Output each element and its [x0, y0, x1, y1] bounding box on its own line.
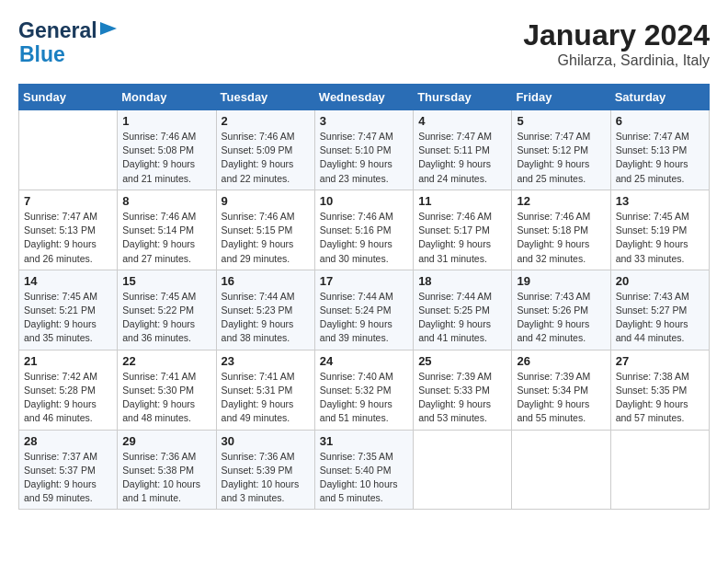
day-number: 29 — [122, 434, 210, 448]
calendar-cell: 13Sunrise: 7:45 AM Sunset: 5:19 PM Dayli… — [610, 190, 709, 270]
calendar-cell: 23Sunrise: 7:41 AM Sunset: 5:31 PM Dayli… — [216, 350, 314, 430]
day-number: 11 — [418, 194, 506, 208]
calendar-cell: 21Sunrise: 7:42 AM Sunset: 5:28 PM Dayli… — [19, 350, 118, 430]
day-number: 16 — [222, 274, 310, 288]
day-info: Sunrise: 7:44 AM Sunset: 5:23 PM Dayligh… — [222, 290, 310, 346]
day-info: Sunrise: 7:41 AM Sunset: 5:30 PM Dayligh… — [122, 370, 210, 426]
page-title: January 2024 — [523, 18, 710, 52]
calendar-cell: 18Sunrise: 7:44 AM Sunset: 5:25 PM Dayli… — [414, 270, 512, 350]
day-info: Sunrise: 7:45 AM Sunset: 5:19 PM Dayligh… — [616, 210, 704, 266]
column-header-saturday: Saturday — [610, 85, 709, 110]
day-number: 18 — [418, 274, 506, 288]
calendar-cell: 30Sunrise: 7:36 AM Sunset: 5:39 PM Dayli… — [216, 430, 314, 510]
calendar-week-2: 7Sunrise: 7:47 AM Sunset: 5:13 PM Daylig… — [19, 190, 710, 270]
calendar-cell — [512, 430, 610, 510]
day-number: 5 — [517, 114, 605, 128]
day-number: 15 — [122, 274, 210, 288]
day-info: Sunrise: 7:47 AM Sunset: 5:10 PM Dayligh… — [320, 130, 408, 186]
page-subtitle: Ghilarza, Sardinia, Italy — [523, 52, 710, 69]
calendar-cell: 29Sunrise: 7:36 AM Sunset: 5:38 PM Dayli… — [118, 430, 216, 510]
calendar-cell: 12Sunrise: 7:46 AM Sunset: 5:18 PM Dayli… — [512, 190, 610, 270]
day-info: Sunrise: 7:35 AM Sunset: 5:40 PM Dayligh… — [320, 450, 408, 506]
day-info: Sunrise: 7:44 AM Sunset: 5:25 PM Dayligh… — [418, 290, 506, 346]
page-header: General Blue January 2024 Ghilarza, Sard… — [18, 18, 710, 69]
day-number: 30 — [222, 434, 310, 448]
calendar-cell: 28Sunrise: 7:37 AM Sunset: 5:37 PM Dayli… — [19, 430, 118, 510]
day-info: Sunrise: 7:43 AM Sunset: 5:26 PM Dayligh… — [517, 290, 605, 346]
day-number: 24 — [320, 354, 408, 368]
day-number: 9 — [222, 194, 310, 208]
calendar-cell: 3Sunrise: 7:47 AM Sunset: 5:10 PM Daylig… — [314, 110, 413, 190]
day-info: Sunrise: 7:46 AM Sunset: 5:18 PM Dayligh… — [517, 210, 605, 266]
calendar-body: 1Sunrise: 7:46 AM Sunset: 5:08 PM Daylig… — [19, 110, 710, 510]
calendar-cell: 25Sunrise: 7:39 AM Sunset: 5:33 PM Dayli… — [414, 350, 512, 430]
calendar-cell: 4Sunrise: 7:47 AM Sunset: 5:11 PM Daylig… — [414, 110, 512, 190]
day-info: Sunrise: 7:36 AM Sunset: 5:39 PM Dayligh… — [222, 450, 310, 506]
title-block: January 2024 Ghilarza, Sardinia, Italy — [523, 18, 710, 69]
day-number: 10 — [320, 194, 408, 208]
calendar-cell: 11Sunrise: 7:46 AM Sunset: 5:17 PM Dayli… — [414, 190, 512, 270]
calendar-cell: 6Sunrise: 7:47 AM Sunset: 5:13 PM Daylig… — [610, 110, 709, 190]
day-number: 3 — [320, 114, 408, 128]
calendar-cell: 5Sunrise: 7:47 AM Sunset: 5:12 PM Daylig… — [512, 110, 610, 190]
day-info: Sunrise: 7:44 AM Sunset: 5:24 PM Dayligh… — [320, 290, 408, 346]
svg-marker-0 — [100, 22, 117, 35]
day-info: Sunrise: 7:46 AM Sunset: 5:15 PM Dayligh… — [222, 210, 310, 266]
day-number: 20 — [616, 274, 704, 288]
column-header-sunday: Sunday — [19, 85, 118, 110]
day-number: 26 — [517, 354, 605, 368]
day-number: 14 — [24, 274, 112, 288]
day-number: 17 — [320, 274, 408, 288]
day-number: 21 — [24, 354, 112, 368]
logo-blue-text: Blue — [19, 42, 117, 66]
calendar-cell: 16Sunrise: 7:44 AM Sunset: 5:23 PM Dayli… — [216, 270, 314, 350]
day-info: Sunrise: 7:47 AM Sunset: 5:13 PM Dayligh… — [616, 130, 704, 186]
day-info: Sunrise: 7:43 AM Sunset: 5:27 PM Dayligh… — [616, 290, 704, 346]
column-header-tuesday: Tuesday — [216, 85, 314, 110]
day-number: 27 — [616, 354, 704, 368]
calendar-cell: 26Sunrise: 7:39 AM Sunset: 5:34 PM Dayli… — [512, 350, 610, 430]
calendar-cell: 19Sunrise: 7:43 AM Sunset: 5:26 PM Dayli… — [512, 270, 610, 350]
logo-general-text: General — [18, 18, 97, 42]
day-info: Sunrise: 7:46 AM Sunset: 5:14 PM Dayligh… — [122, 210, 210, 266]
calendar-cell: 17Sunrise: 7:44 AM Sunset: 5:24 PM Dayli… — [314, 270, 413, 350]
day-number: 12 — [517, 194, 605, 208]
day-info: Sunrise: 7:40 AM Sunset: 5:32 PM Dayligh… — [320, 370, 408, 426]
calendar-cell — [414, 430, 512, 510]
logo: General Blue — [18, 18, 117, 67]
column-header-thursday: Thursday — [414, 85, 512, 110]
day-info: Sunrise: 7:39 AM Sunset: 5:33 PM Dayligh… — [418, 370, 506, 426]
day-info: Sunrise: 7:36 AM Sunset: 5:38 PM Dayligh… — [122, 450, 210, 506]
day-number: 23 — [222, 354, 310, 368]
calendar-cell: 9Sunrise: 7:46 AM Sunset: 5:15 PM Daylig… — [216, 190, 314, 270]
calendar-cell: 20Sunrise: 7:43 AM Sunset: 5:27 PM Dayli… — [610, 270, 709, 350]
calendar-cell: 27Sunrise: 7:38 AM Sunset: 5:35 PM Dayli… — [610, 350, 709, 430]
calendar-table: SundayMondayTuesdayWednesdayThursdayFrid… — [18, 84, 710, 510]
calendar-header: SundayMondayTuesdayWednesdayThursdayFrid… — [19, 85, 710, 110]
day-number: 4 — [418, 114, 506, 128]
day-info: Sunrise: 7:46 AM Sunset: 5:16 PM Dayligh… — [320, 210, 408, 266]
calendar-cell: 1Sunrise: 7:46 AM Sunset: 5:08 PM Daylig… — [118, 110, 216, 190]
day-info: Sunrise: 7:38 AM Sunset: 5:35 PM Dayligh… — [616, 370, 704, 426]
day-info: Sunrise: 7:45 AM Sunset: 5:21 PM Dayligh… — [24, 290, 112, 346]
calendar-week-1: 1Sunrise: 7:46 AM Sunset: 5:08 PM Daylig… — [19, 110, 710, 190]
column-header-wednesday: Wednesday — [314, 85, 413, 110]
column-header-friday: Friday — [512, 85, 610, 110]
day-info: Sunrise: 7:47 AM Sunset: 5:12 PM Dayligh… — [517, 130, 605, 186]
day-number: 13 — [616, 194, 704, 208]
day-number: 2 — [222, 114, 310, 128]
calendar-week-3: 14Sunrise: 7:45 AM Sunset: 5:21 PM Dayli… — [19, 270, 710, 350]
day-info: Sunrise: 7:41 AM Sunset: 5:31 PM Dayligh… — [222, 370, 310, 426]
day-info: Sunrise: 7:46 AM Sunset: 5:09 PM Dayligh… — [222, 130, 310, 186]
calendar-cell: 7Sunrise: 7:47 AM Sunset: 5:13 PM Daylig… — [19, 190, 118, 270]
logo-arrow-icon — [100, 22, 117, 35]
calendar-cell — [610, 430, 709, 510]
day-number: 25 — [418, 354, 506, 368]
day-info: Sunrise: 7:37 AM Sunset: 5:37 PM Dayligh… — [24, 450, 112, 506]
day-info: Sunrise: 7:39 AM Sunset: 5:34 PM Dayligh… — [517, 370, 605, 426]
day-number: 19 — [517, 274, 605, 288]
day-info: Sunrise: 7:42 AM Sunset: 5:28 PM Dayligh… — [24, 370, 112, 426]
calendar-cell: 2Sunrise: 7:46 AM Sunset: 5:09 PM Daylig… — [216, 110, 314, 190]
calendar-cell: 22Sunrise: 7:41 AM Sunset: 5:30 PM Dayli… — [118, 350, 216, 430]
day-number: 8 — [122, 194, 210, 208]
